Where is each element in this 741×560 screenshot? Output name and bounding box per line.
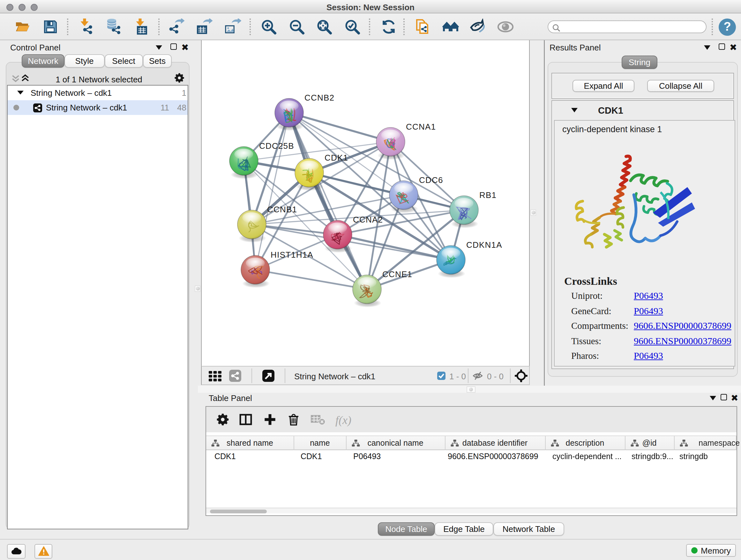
table-cell[interactable]: P06493 bbox=[353, 452, 444, 461]
network-options-gear-icon[interactable] bbox=[174, 73, 185, 83]
table-cell[interactable]: stringdb:9... bbox=[631, 452, 673, 461]
network-node-CCNB1[interactable] bbox=[238, 210, 266, 243]
import-network-file-button[interactable] bbox=[77, 18, 95, 36]
apply-layout-button[interactable] bbox=[380, 18, 398, 36]
panel-close-icon[interactable]: ✖ bbox=[730, 44, 737, 52]
panel-close-icon[interactable]: ✖ bbox=[181, 44, 189, 52]
network-collection-row[interactable]: String Network – cdk1 1 bbox=[8, 85, 188, 100]
tab-node-table[interactable]: Node Table bbox=[378, 522, 434, 536]
network-node-CCNB2[interactable] bbox=[275, 98, 304, 131]
panel-float-icon[interactable] bbox=[171, 44, 178, 51]
tab-network-table[interactable]: Network Table bbox=[493, 522, 564, 536]
network-node-HIST1H1A[interactable] bbox=[241, 255, 270, 288]
panel-float-icon[interactable] bbox=[721, 394, 728, 401]
network-row-selected[interactable]: String Network – cdk1 11 48 bbox=[8, 100, 188, 115]
network-node-CDC6[interactable] bbox=[389, 181, 418, 213]
tab-select[interactable]: Select bbox=[105, 54, 143, 68]
network-node-CCNA1[interactable] bbox=[376, 127, 405, 160]
first-neighbors-button[interactable] bbox=[442, 18, 460, 36]
network-node-CDK1[interactable] bbox=[295, 159, 324, 191]
tab-string[interactable]: String bbox=[622, 56, 657, 69]
collapse-all-button[interactable]: Collapse All bbox=[647, 80, 714, 92]
show-all-button[interactable] bbox=[496, 18, 515, 36]
network-graph[interactable]: CCNB2CCNA1CDC25BCDK1CDC6RB1CCNB1CCNA2CDK… bbox=[202, 40, 529, 365]
network-node-CCNA2[interactable] bbox=[323, 220, 352, 253]
birds-eye-view-icon[interactable] bbox=[208, 369, 222, 383]
detach-view-icon[interactable] bbox=[262, 370, 274, 382]
column-header-canonical-name[interactable]: canonical name bbox=[346, 436, 445, 450]
selected-checkbox-icon[interactable] bbox=[437, 372, 446, 380]
column-header--id[interactable]: @id bbox=[625, 436, 674, 450]
collection-expander-icon[interactable] bbox=[17, 91, 23, 95]
panel-menu-icon[interactable] bbox=[710, 396, 718, 403]
clone-network-button[interactable] bbox=[414, 18, 432, 36]
network-node-CCNE1[interactable] bbox=[353, 275, 381, 307]
export-table-button[interactable] bbox=[196, 18, 214, 36]
expand-all-networks-icon[interactable] bbox=[21, 74, 29, 82]
panel-menu-icon[interactable] bbox=[156, 45, 163, 53]
column-header-shared-name[interactable]: shared name bbox=[206, 436, 294, 450]
scrollbar-thumb[interactable] bbox=[210, 509, 267, 513]
table-panel-splitter[interactable] bbox=[198, 386, 741, 393]
table-cell[interactable]: CDK1 bbox=[300, 452, 345, 461]
vertical-splitter-handle[interactable] bbox=[195, 286, 200, 292]
zoom-in-button[interactable] bbox=[260, 18, 278, 36]
gene-expander-icon[interactable] bbox=[571, 108, 578, 112]
crosslink-link[interactable]: P06493 bbox=[634, 306, 663, 316]
table-splitter-handle[interactable] bbox=[467, 386, 475, 392]
import-table-button[interactable] bbox=[132, 18, 150, 36]
tab-network[interactable]: Network bbox=[22, 54, 64, 68]
column-header-namespace[interactable]: namespace bbox=[674, 436, 737, 450]
tab-edge-table[interactable]: Edge Table bbox=[434, 522, 493, 536]
table-row[interactable]: CDK1CDK1P064939606.ENSP00000378699cyclin… bbox=[206, 450, 737, 462]
crosslink-link[interactable]: 9606.ENSP00000378699 bbox=[634, 335, 731, 347]
network-node-CDC25B[interactable] bbox=[229, 146, 258, 179]
network-share-icon[interactable] bbox=[229, 370, 241, 382]
tab-sets[interactable]: Sets bbox=[143, 54, 172, 68]
table-horizontal-scrollbar[interactable] bbox=[206, 508, 737, 513]
column-header-description[interactable]: description bbox=[545, 436, 625, 450]
cloud-status-button[interactable] bbox=[7, 544, 25, 558]
zoom-fit-button[interactable] bbox=[315, 18, 333, 36]
open-session-button[interactable] bbox=[14, 18, 32, 36]
zoom-selected-button[interactable] bbox=[343, 18, 361, 36]
network-node-RB1[interactable] bbox=[450, 196, 478, 228]
show-columns-icon[interactable] bbox=[239, 413, 252, 426]
panel-float-icon[interactable] bbox=[719, 44, 726, 51]
search-input[interactable] bbox=[562, 22, 703, 32]
network-node-CDKN1A[interactable] bbox=[436, 246, 465, 278]
expand-all-button[interactable]: Expand All bbox=[572, 80, 634, 92]
collapse-all-networks-icon[interactable] bbox=[11, 74, 20, 82]
delete-column-trash-icon[interactable] bbox=[287, 413, 300, 426]
hidden-eye-icon[interactable] bbox=[472, 370, 483, 381]
zoom-out-button[interactable] bbox=[288, 18, 306, 36]
results-splitter-handle[interactable] bbox=[530, 209, 536, 216]
panel-close-icon[interactable]: ✖ bbox=[731, 395, 738, 402]
tab-style[interactable]: Style bbox=[64, 54, 105, 68]
table-options-gear-icon[interactable] bbox=[216, 413, 229, 426]
save-session-button[interactable] bbox=[42, 18, 59, 36]
table-cell[interactable]: CDK1 bbox=[214, 452, 293, 461]
panel-menu-icon[interactable] bbox=[704, 45, 712, 53]
network-edge[interactable] bbox=[255, 113, 289, 270]
table-cell[interactable]: stringdb bbox=[679, 452, 735, 461]
crosslink-link[interactable]: P06493 bbox=[634, 351, 663, 361]
network-canvas[interactable]: CCNB2CCNA1CDC25BCDK1CDC6RB1CCNB1CCNA2CDK… bbox=[201, 40, 530, 366]
export-image-button[interactable] bbox=[224, 18, 242, 36]
add-column-icon[interactable] bbox=[264, 413, 276, 426]
crosslink-link[interactable]: P06493 bbox=[634, 291, 663, 301]
table-cell[interactable]: 9606.ENSP00000378699 bbox=[448, 452, 544, 461]
center-view-crosshair-icon[interactable] bbox=[515, 369, 528, 382]
memory-button[interactable]: Memory bbox=[686, 544, 736, 557]
network-edge[interactable] bbox=[338, 235, 451, 260]
column-header-database-identifier[interactable]: database identifier bbox=[445, 436, 545, 450]
import-network-database-button[interactable] bbox=[105, 18, 123, 36]
export-network-button[interactable] bbox=[168, 18, 186, 36]
search-field[interactable] bbox=[548, 20, 706, 33]
table-cell[interactable]: cyclin-dependent ... bbox=[552, 452, 624, 461]
warnings-button[interactable] bbox=[35, 544, 52, 558]
help-button[interactable]: ? bbox=[719, 18, 736, 36]
hide-selected-button[interactable] bbox=[469, 18, 487, 36]
crosslink-link[interactable]: 9606.ENSP00000378699 bbox=[634, 320, 731, 331]
column-header-name[interactable]: name bbox=[294, 436, 346, 450]
